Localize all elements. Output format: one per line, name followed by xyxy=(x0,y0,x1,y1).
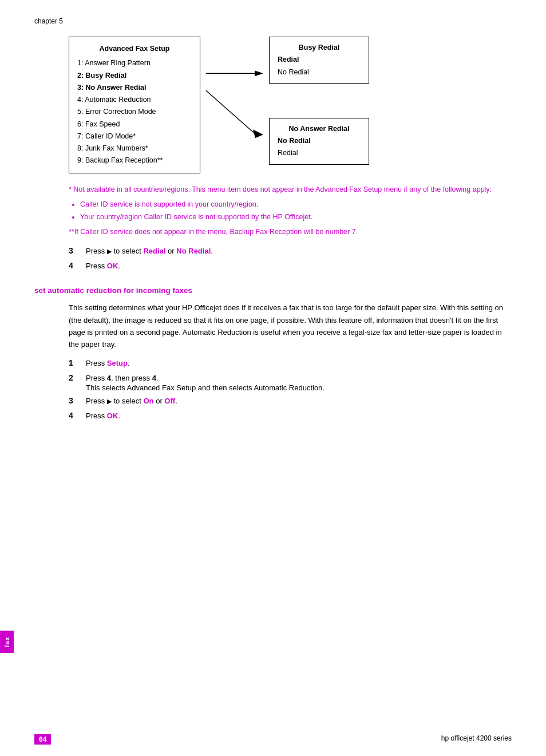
busy-redial-selected: Redial xyxy=(278,54,361,66)
page-number: 64 xyxy=(34,734,51,745)
step-1-reduction: 1 Press Setup. xyxy=(69,358,512,370)
reduction-steps: 1 Press Setup. 2 Press 4, then press 4. … xyxy=(69,358,512,422)
step-number-3: 3 xyxy=(69,246,86,255)
step-4r-number: 4 xyxy=(69,411,86,420)
step-3-content: Press ▶ to select Redial or No Redial. xyxy=(86,246,512,258)
ok-label: OK xyxy=(107,262,118,270)
menu-box: Advanced Fax Setup 1: Answer Ring Patter… xyxy=(69,37,200,173)
menu-item-4: 4: Automatic Reduction xyxy=(77,94,192,106)
step-2-content: Press 4, then press 4. This selects Adva… xyxy=(86,374,325,392)
busy-redial-box: Busy Redial Redial No Redial xyxy=(269,37,369,84)
svg-marker-1 xyxy=(255,70,263,76)
press-4-a: 4 xyxy=(107,374,111,382)
menu-item-3: 3: No Answer Redial xyxy=(77,82,192,94)
step-4-reduction: 4 Press OK. xyxy=(69,410,512,422)
svg-marker-3 xyxy=(253,129,263,138)
menu-item-6: 6: Fax Speed xyxy=(77,118,192,130)
section-heading: set automatic reduction for incoming fax… xyxy=(34,286,512,295)
on-option: On xyxy=(143,397,153,405)
menu-item-5: 5: Error Correction Mode xyxy=(77,106,192,118)
busy-redial-steps: 3 Press ▶ to select Redial or No Redial.… xyxy=(69,246,512,273)
step-3r-number: 3 xyxy=(69,396,86,405)
busy-redial-other: No Redial xyxy=(278,66,361,78)
ok-label-2: OK xyxy=(107,411,118,420)
menu-item-2: 2: Busy Redial xyxy=(77,70,192,82)
no-answer-redial-title: No Answer Redial xyxy=(278,123,361,135)
chapter-label: chapter 5 xyxy=(34,17,512,25)
redial-option: Redial xyxy=(143,247,165,255)
product-name: hp officejet 4200 series xyxy=(441,734,512,745)
setup-label: Setup xyxy=(107,359,128,367)
step-4-busy: 4 Press OK. xyxy=(69,260,512,272)
step-4-content: Press OK. xyxy=(86,260,512,272)
no-answer-redial-selected: No Redial xyxy=(278,135,361,147)
asterisk-note: * Not available in all countries/regions… xyxy=(69,184,512,195)
step-1-content: Press Setup. xyxy=(86,358,512,370)
diagram-container: Advanced Fax Setup 1: Answer Ring Patter… xyxy=(69,37,512,173)
side-tab: fax xyxy=(0,631,14,653)
arrow-icon-2: ▶ xyxy=(107,398,112,405)
arrow-icon: ▶ xyxy=(107,248,112,255)
press-4-b: 4 xyxy=(152,374,156,382)
svg-line-2 xyxy=(206,90,255,133)
no-answer-redial-box: No Answer Redial No Redial Redial xyxy=(269,118,369,165)
step-3r-content: Press ▶ to select On or Off. xyxy=(86,395,512,407)
step-2-number: 2 xyxy=(69,373,86,382)
no-answer-redial-other: Redial xyxy=(278,147,361,159)
menu-item-9: 9: Backup Fax Reception** xyxy=(77,155,192,167)
menu-item-8: 8: Junk Fax Numbers* xyxy=(77,143,192,155)
menu-item-1: 1: Answer Ring Pattern xyxy=(77,57,192,69)
step-3-busy: 3 Press ▶ to select Redial or No Redial. xyxy=(69,246,512,258)
busy-redial-title: Busy Redial xyxy=(278,42,361,54)
step-2-sub: This selects Advanced Fax Setup and then… xyxy=(86,383,325,392)
diagram-arrows xyxy=(200,37,269,173)
off-option: Off xyxy=(164,397,175,405)
bullet-item-2: Your country/region Caller ID service is… xyxy=(80,211,512,223)
body-paragraph: This setting determines what your HP Off… xyxy=(69,302,512,351)
footer: 64 hp officejet 4200 series xyxy=(0,734,546,745)
menu-item-7: 7: Caller ID Mode* xyxy=(77,130,192,143)
step-2-reduction: 2 Press 4, then press 4. This selects Ad… xyxy=(69,373,512,392)
bullet-item-1: Caller ID service is not supported in yo… xyxy=(80,199,512,210)
bullet-list: Caller ID service is not supported in yo… xyxy=(80,199,512,223)
step-1-number: 1 xyxy=(69,358,86,367)
step-3-reduction: 3 Press ▶ to select On or Off. xyxy=(69,395,512,407)
options-column: Busy Redial Redial No Redial No Answer R… xyxy=(269,37,369,165)
no-redial-option: No Redial xyxy=(176,247,211,255)
step-number-4: 4 xyxy=(69,261,86,270)
double-asterisk-note: **If Caller ID service does not appear i… xyxy=(69,226,512,238)
notes-section: * Not available in all countries/regions… xyxy=(69,184,512,238)
step-4r-content: Press OK. xyxy=(86,410,512,422)
menu-title: Advanced Fax Setup xyxy=(77,43,192,55)
